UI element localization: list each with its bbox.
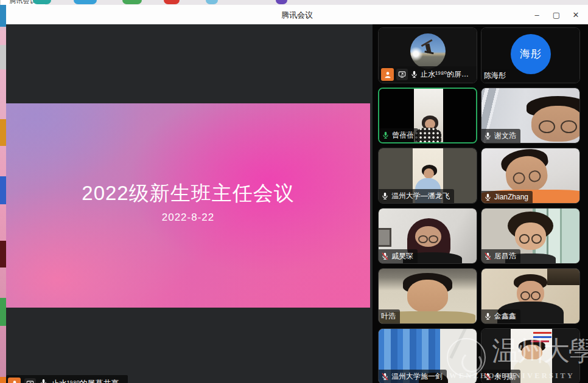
- participant-label: 曾蓓蓓: [379, 128, 418, 142]
- window-title: 腾讯会议: [6, 10, 588, 21]
- mic-icon: [484, 132, 492, 140]
- participant-name: 谢文浩: [494, 131, 516, 141]
- desktop-icon-fragment: [0, 45, 6, 69]
- participant-tile[interactable]: 温州大学—潘龙飞: [378, 148, 477, 204]
- participant-tile[interactable]: 居昌浩: [481, 208, 580, 264]
- host-badge-icon: [8, 378, 21, 383]
- video-shape: [533, 332, 551, 334]
- mic-icon: [40, 378, 47, 383]
- desktop-icon-fragment: [0, 176, 6, 204]
- video-shape: [379, 228, 391, 247]
- mic-muted-icon: [484, 252, 492, 260]
- video-shape: [515, 223, 547, 250]
- participant-label: 居昌浩: [481, 249, 520, 263]
- close-button[interactable]: ✕: [566, 5, 586, 24]
- video-shape: [531, 106, 579, 142]
- participant-tile[interactable]: 温州大学施一剑: [378, 328, 477, 383]
- video-shape: [449, 329, 467, 359]
- participant-name: 金鑫鑫: [494, 311, 516, 322]
- participant-label: 陈海彤: [481, 69, 510, 83]
- participant-label: 戚昊琛: [379, 249, 418, 263]
- background-app-icon-fragment: [206, 0, 218, 4]
- participant-label: JianZhang: [481, 191, 533, 203]
- desktop-icon-fragment: [0, 5, 6, 27]
- participant-tile[interactable]: JianZhang: [481, 148, 580, 204]
- participant-name: 陈海彤: [484, 71, 506, 81]
- titlebar[interactable]: 腾讯会议 – ▢ ✕: [6, 5, 588, 25]
- participant-tile[interactable]: 戚昊琛: [378, 208, 477, 264]
- screen-share-label: 止水¹⁹⁸⁰的屏幕共享: [6, 375, 128, 383]
- participant-name: 止水¹⁹⁸⁰的屏幕共享: [421, 69, 472, 80]
- video-shape: [547, 269, 579, 285]
- participant-name: 戚昊琛: [391, 251, 413, 261]
- participant-tile[interactable]: 止水¹⁹⁸⁰的屏幕共享: [378, 27, 477, 83]
- screen-share-icon: [24, 378, 36, 383]
- window-controls: – ▢ ✕: [527, 5, 586, 24]
- minimize-button[interactable]: –: [527, 5, 547, 24]
- meeting-window: 腾讯会议 – ▢ ✕ 2022级新生班主任会议 2022-8-22: [6, 5, 588, 383]
- participant-sidebar[interactable]: 止水¹⁹⁸⁰的屏幕共享海彤陈海彤曾蓓蓓谢文浩温州大学—潘龙飞JianZhang戚…: [373, 24, 588, 383]
- mic-icon: [382, 131, 390, 139]
- video-shape: [407, 280, 449, 312]
- background-app-icon-fragment: [74, 0, 97, 4]
- desktop-icon-fragment: [0, 241, 6, 267]
- desktop-icon-fragment: [0, 298, 6, 326]
- presentation-slide: 2022级新生班主任会议 2022-8-22: [6, 103, 370, 308]
- participant-label: 金鑫鑫: [481, 309, 520, 323]
- mic-muted-icon: [381, 373, 389, 381]
- slide-title: 2022级新生班主任会议: [6, 180, 370, 207]
- participant-tile[interactable]: 谢文浩: [481, 88, 580, 143]
- participant-name: 居昌浩: [494, 251, 516, 261]
- participant-name: 曾蓓蓓: [392, 130, 414, 140]
- participant-name: 叶浩: [381, 311, 396, 322]
- screen-share-label-text: 止水¹⁹⁸⁰的屏幕共享: [51, 378, 119, 383]
- shared-screen-stage[interactable]: 2022级新生班主任会议 2022-8-22 止水¹⁹⁸⁰的屏幕共享: [6, 24, 373, 383]
- background-app-icon-fragment: [276, 0, 287, 4]
- screen-share-icon: [396, 69, 408, 80]
- mic-icon: [381, 192, 389, 200]
- participant-label: 温州大学—潘龙飞: [379, 189, 454, 203]
- meeting-content: 2022级新生班主任会议 2022-8-22 止水¹⁹⁸⁰的屏幕共享 止水¹⁹⁸…: [6, 24, 588, 383]
- background-window-strip: 腾讯会议: [0, 0, 588, 5]
- participant-tile[interactable]: 叶浩: [378, 268, 477, 324]
- participant-label: 谢文浩: [481, 129, 520, 143]
- desktop-icon-fragment: [0, 119, 6, 146]
- mic-icon: [410, 71, 418, 78]
- video-shape: [415, 226, 441, 247]
- mic-icon: [484, 312, 492, 320]
- desktop-icon-fragment: [0, 377, 6, 383]
- participant-name: 余明新: [494, 371, 516, 382]
- background-app-icon-fragment: [164, 0, 180, 4]
- host-badge-icon: [381, 68, 394, 81]
- participant-label: 叶浩: [379, 309, 400, 323]
- desktop-sliver: [0, 5, 6, 383]
- participant-tile[interactable]: 曾蓓蓓: [378, 88, 477, 143]
- participant-label: 止水¹⁹⁸⁰的屏幕共享: [379, 66, 477, 83]
- participant-label: 余明新: [481, 370, 520, 383]
- mic-muted-icon: [484, 373, 492, 381]
- participant-tile[interactable]: 余明新: [481, 328, 580, 383]
- mic-muted-icon: [381, 252, 389, 260]
- participant-tile[interactable]: 金鑫鑫: [481, 268, 580, 324]
- slide-date: 2022-8-22: [6, 212, 370, 224]
- background-app-icon-fragment: [122, 0, 142, 4]
- video-shape: [415, 128, 441, 142]
- participant-name: JianZhang: [494, 193, 528, 201]
- avatar: 海彤: [511, 34, 551, 74]
- participant-name: 温州大学施一剑: [391, 371, 443, 382]
- participant-name: 温州大学—潘龙飞: [391, 191, 450, 201]
- participant-tile[interactable]: 海彤陈海彤: [481, 27, 580, 83]
- video-shape: [522, 345, 542, 360]
- background-app-icon-fragment: [33, 0, 51, 4]
- maximize-button[interactable]: ▢: [547, 5, 566, 24]
- participant-label: 温州大学施一剑: [379, 370, 447, 383]
- mic-icon: [484, 193, 492, 201]
